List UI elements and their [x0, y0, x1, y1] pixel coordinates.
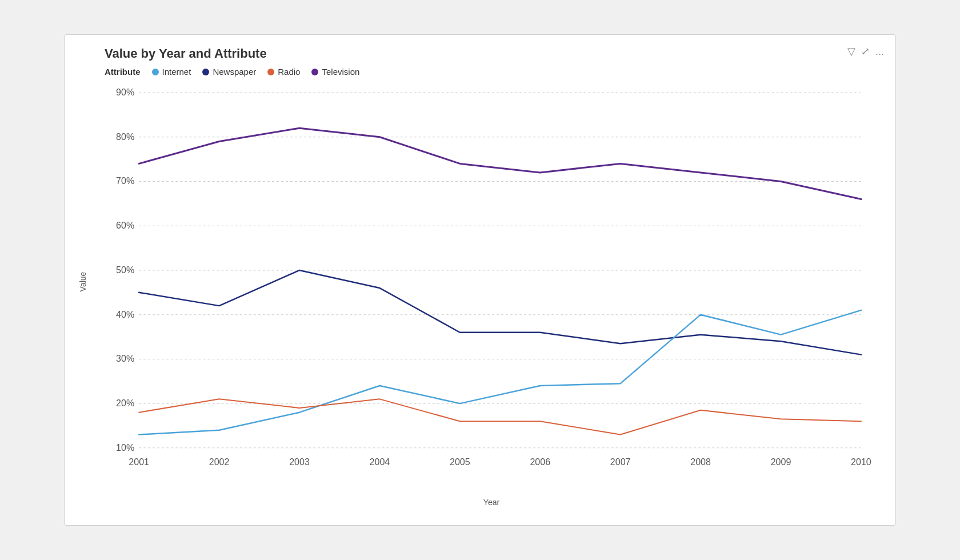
- more-icon[interactable]: ...: [875, 46, 884, 58]
- radio-label: Radio: [278, 67, 300, 77]
- chart-container: Value by Year and Attribute Attribute In…: [64, 34, 896, 526]
- svg-text:20%: 20%: [116, 398, 134, 408]
- expand-icon[interactable]: ⤢: [861, 45, 870, 58]
- filter-icon[interactable]: ▽: [847, 45, 855, 58]
- svg-text:90%: 90%: [116, 87, 134, 97]
- legend-item-television[interactable]: Television: [311, 67, 359, 77]
- svg-text:10%: 10%: [116, 442, 134, 453]
- toolbar: ▽ ⤢ ...: [847, 45, 884, 58]
- svg-text:50%: 50%: [116, 265, 134, 275]
- svg-text:2010: 2010: [851, 457, 871, 467]
- svg-text:80%: 80%: [116, 131, 134, 142]
- legend-item-internet[interactable]: Internet: [152, 67, 191, 77]
- legend-label: Attribute: [105, 67, 141, 77]
- internet-dot: [152, 69, 159, 75]
- television-dot: [311, 69, 318, 75]
- svg-text:60%: 60%: [116, 220, 134, 230]
- newspaper-label: Newspaper: [213, 67, 256, 77]
- svg-text:2004: 2004: [370, 457, 390, 467]
- svg-text:2007: 2007: [610, 457, 631, 467]
- television-label: Television: [322, 67, 359, 77]
- svg-text:30%: 30%: [116, 353, 134, 363]
- svg-text:2003: 2003: [289, 457, 310, 467]
- svg-text:40%: 40%: [116, 309, 134, 319]
- svg-text:2006: 2006: [530, 457, 550, 467]
- chart-area: Value Year 90%80%70%60%50%40%30%20%10%20…: [105, 82, 878, 481]
- svg-text:2002: 2002: [209, 457, 230, 467]
- legend-item-radio[interactable]: Radio: [267, 67, 300, 77]
- svg-text:2009: 2009: [771, 457, 791, 467]
- svg-text:2005: 2005: [450, 457, 470, 467]
- chart-title: Value by Year and Attribute: [105, 46, 878, 61]
- chart-svg: 90%80%70%60%50%40%30%20%10%2001200220032…: [105, 82, 878, 481]
- legend: Attribute Internet Newspaper Radio Telev…: [105, 67, 878, 77]
- svg-text:2001: 2001: [129, 457, 149, 467]
- radio-dot: [267, 69, 274, 75]
- x-axis-label: Year: [483, 498, 499, 507]
- svg-text:70%: 70%: [116, 175, 134, 186]
- newspaper-dot: [202, 69, 209, 75]
- legend-item-newspaper[interactable]: Newspaper: [202, 67, 256, 77]
- svg-text:2008: 2008: [690, 457, 711, 467]
- y-axis-label: Value: [78, 272, 87, 292]
- internet-label: Internet: [162, 67, 191, 77]
